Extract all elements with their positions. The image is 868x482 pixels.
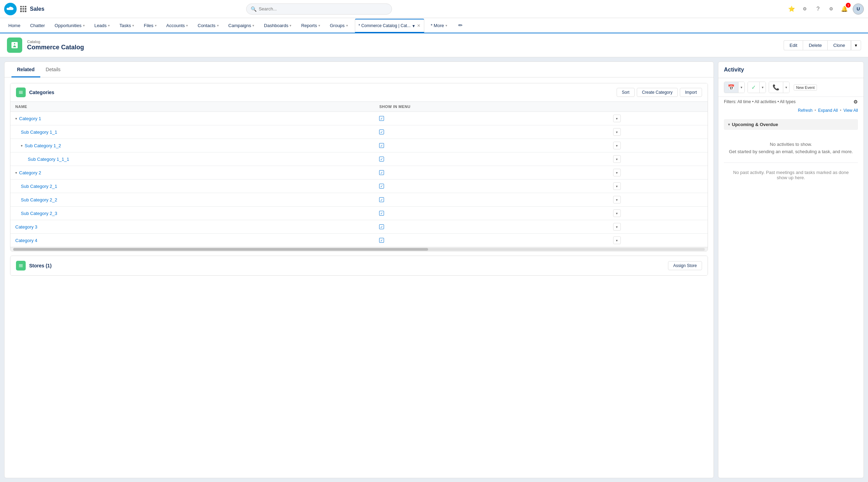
expand-chevron-icon[interactable]: ▾ bbox=[15, 117, 17, 120]
row-action-dropdown[interactable]: ▾ bbox=[613, 115, 621, 122]
col-actions-header bbox=[608, 102, 708, 112]
show-in-menu-checkbox[interactable] bbox=[379, 238, 384, 243]
categories-section-actions: Sort Create Category Import bbox=[617, 88, 702, 97]
setup-gear-icon[interactable]: ⚙ bbox=[826, 4, 836, 14]
filter-settings-icon[interactable]: ⚙ bbox=[853, 99, 858, 105]
delete-button[interactable]: Delete bbox=[803, 40, 827, 50]
show-in-menu-checkbox[interactable] bbox=[379, 116, 384, 121]
chevron-down-icon[interactable]: ▾ bbox=[412, 23, 415, 28]
row-action-dropdown[interactable]: ▾ bbox=[613, 155, 621, 163]
show-in-menu-checkbox[interactable] bbox=[379, 157, 384, 161]
edit-button[interactable]: Edit bbox=[784, 40, 803, 50]
import-button[interactable]: Import bbox=[680, 88, 702, 97]
log-call-button[interactable]: 📞 bbox=[769, 82, 783, 93]
row-action-dropdown[interactable]: ▾ bbox=[613, 196, 621, 203]
show-in-menu-checkbox[interactable] bbox=[379, 184, 384, 189]
row-action-dropdown[interactable]: ▾ bbox=[613, 223, 621, 231]
category-name-link[interactable]: Category 2 bbox=[19, 170, 41, 175]
expand-all-link[interactable]: Expand All bbox=[818, 108, 838, 113]
chevron-down-icon: ▾ bbox=[83, 24, 85, 27]
category-name-link[interactable]: Category 1 bbox=[19, 116, 41, 121]
nav-item-dashboards[interactable]: Dashboards ▾ bbox=[259, 18, 296, 33]
nav-item-campaigns[interactable]: Campaigns ▾ bbox=[224, 18, 259, 33]
row-action-dropdown[interactable]: ▾ bbox=[613, 142, 621, 149]
nav-item-home[interactable]: Home bbox=[3, 18, 25, 33]
setup-icon[interactable]: ⚙ bbox=[800, 4, 810, 14]
scrollbar-thumb[interactable] bbox=[13, 248, 428, 251]
new-event-dropdown[interactable]: ▾ bbox=[738, 82, 744, 93]
sort-button[interactable]: Sort bbox=[617, 88, 635, 97]
new-task-button[interactable]: ✓ bbox=[748, 82, 759, 93]
expand-chevron-icon[interactable]: ▾ bbox=[15, 171, 17, 175]
show-in-menu-checkbox[interactable] bbox=[379, 143, 384, 148]
nav-item-tasks[interactable]: Tasks ▾ bbox=[115, 18, 139, 33]
category-name-link[interactable]: Sub Category 1_1 bbox=[21, 130, 57, 135]
category-name-cell: Category 4 bbox=[10, 234, 374, 247]
refresh-link[interactable]: Refresh bbox=[798, 108, 812, 113]
category-name-link[interactable]: Sub Category 1_2 bbox=[25, 143, 61, 148]
row-action-dropdown[interactable]: ▾ bbox=[613, 236, 621, 244]
category-name-link[interactable]: Category 3 bbox=[15, 224, 37, 230]
close-tab-icon[interactable]: ✕ bbox=[417, 23, 420, 28]
category-name-cell: Sub Category 2_2 bbox=[10, 193, 374, 207]
app-launcher-icon[interactable] bbox=[20, 6, 26, 12]
table-scrollbar[interactable] bbox=[10, 247, 708, 251]
nav-item-reports[interactable]: Reports ▾ bbox=[296, 18, 325, 33]
catalog-icon bbox=[7, 38, 22, 53]
row-action-dropdown[interactable]: ▾ bbox=[613, 169, 621, 176]
show-in-menu-checkbox[interactable] bbox=[379, 211, 384, 216]
nav-item-accounts[interactable]: Accounts ▾ bbox=[161, 18, 193, 33]
new-task-dropdown[interactable]: ▾ bbox=[759, 82, 766, 93]
row-action-dropdown[interactable]: ▾ bbox=[613, 128, 621, 136]
edit-nav-icon[interactable]: ✏ bbox=[453, 18, 468, 33]
nav-item-files[interactable]: Files ▾ bbox=[139, 18, 161, 33]
show-in-menu-checkbox[interactable] bbox=[379, 197, 384, 202]
clone-button[interactable]: Clone bbox=[827, 40, 851, 50]
row-action-dropdown[interactable]: ▾ bbox=[613, 182, 621, 190]
log-call-dropdown[interactable]: ▾ bbox=[783, 82, 789, 93]
active-tab-commerce-catalog[interactable]: * Commerce Catalog | Cat... ▾ ✕ bbox=[355, 19, 425, 33]
activity-panel-title: Activity bbox=[724, 67, 744, 73]
table-row: ▾Sub Category 1_2▾ bbox=[10, 139, 708, 152]
new-event-button[interactable]: 📅 bbox=[724, 82, 738, 93]
upcoming-label: Upcoming & Overdue bbox=[732, 122, 778, 127]
table-row: Sub Category 1_1_1▾ bbox=[10, 152, 708, 166]
more-actions-button[interactable]: ▾ bbox=[851, 40, 861, 50]
activity-panel: Activity 📅 ▾ ✓ ▾ 📞 ▾ New Event Filters: … bbox=[718, 61, 864, 478]
category-name-link[interactable]: Sub Category 2_3 bbox=[21, 211, 57, 216]
help-icon[interactable]: ? bbox=[813, 4, 823, 14]
nav-item-contacts[interactable]: Contacts ▾ bbox=[193, 18, 223, 33]
search-input[interactable] bbox=[259, 6, 387, 11]
upcoming-overdue-header[interactable]: ▾ Upcoming & Overdue bbox=[724, 119, 858, 130]
category-name-link[interactable]: Sub Category 2_2 bbox=[21, 197, 57, 202]
nav-item-opportunities[interactable]: Opportunities ▾ bbox=[50, 18, 89, 33]
new-event-group: 📅 ▾ bbox=[724, 82, 745, 93]
create-category-button[interactable]: Create Category bbox=[637, 88, 678, 97]
nav-item-groups[interactable]: Groups ▾ bbox=[325, 18, 353, 33]
category-name-link[interactable]: Sub Category 1_1_1 bbox=[28, 157, 69, 162]
chevron-down-icon: ▾ bbox=[346, 24, 348, 27]
category-name-link[interactable]: Category 4 bbox=[15, 238, 37, 243]
notifications-icon[interactable]: 🔔 1 bbox=[840, 4, 849, 14]
row-action-cell: ▾ bbox=[608, 207, 708, 220]
chevron-down-icon: ▾ bbox=[155, 24, 157, 27]
show-in-menu-checkbox[interactable] bbox=[379, 170, 384, 175]
view-all-link[interactable]: View All bbox=[843, 108, 858, 113]
category-name-link[interactable]: Sub Category 2_1 bbox=[21, 184, 57, 189]
tab-related[interactable]: Related bbox=[11, 62, 40, 77]
favorites-icon[interactable]: ⭐ bbox=[787, 4, 796, 14]
expand-chevron-icon[interactable]: ▾ bbox=[21, 144, 23, 148]
main-content: Related Details Categories Sor bbox=[0, 57, 868, 482]
global-search-box[interactable]: 🔍 bbox=[246, 3, 392, 15]
show-in-menu-checkbox[interactable] bbox=[379, 224, 384, 229]
user-avatar[interactable]: U bbox=[853, 3, 864, 15]
nav-item-chatter[interactable]: Chatter bbox=[25, 18, 50, 33]
app-name: Sales bbox=[30, 6, 44, 12]
show-in-menu-checkbox[interactable] bbox=[379, 130, 384, 134]
nav-item-leads[interactable]: Leads ▾ bbox=[90, 18, 115, 33]
chevron-down-icon: ▾ bbox=[290, 24, 291, 27]
assign-store-button[interactable]: Assign Store bbox=[668, 261, 702, 270]
nav-item-more[interactable]: * More ▾ bbox=[426, 18, 452, 33]
tab-details[interactable]: Details bbox=[40, 62, 66, 77]
row-action-dropdown[interactable]: ▾ bbox=[613, 209, 621, 217]
